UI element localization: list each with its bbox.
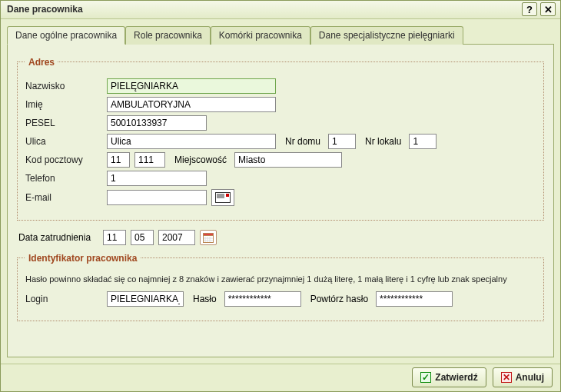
- ident-legend: Identyfikator pracownika: [25, 253, 140, 264]
- pesel-label: PESEL: [25, 118, 102, 128]
- close-icon: ✕: [544, 4, 553, 15]
- window-title: Dane pracownika: [7, 4, 519, 15]
- window: Dane pracownika ? ✕ Dane ogólne pracowni…: [0, 0, 561, 392]
- telefon-input[interactable]: [107, 171, 207, 186]
- nrdomu-input[interactable]: [328, 134, 356, 149]
- close-button[interactable]: ✕: [540, 2, 556, 16]
- adres-group: Adres Nazwisko Imię PESEL Ulica Nr domu: [17, 57, 544, 221]
- ident-group: Identyfikator pracownika Hasło powinno s…: [17, 253, 544, 321]
- hire-date-row: Data zatrudnienia: [18, 230, 544, 245]
- calendar-button[interactable]: [200, 230, 217, 245]
- powtorz-label: Powtórz hasło: [306, 294, 371, 304]
- powtorz-input[interactable]: [376, 291, 453, 307]
- haslo-label: Hasło: [188, 294, 220, 304]
- tab-panel-general: Adres Nazwisko Imię PESEL Ulica Nr domu: [7, 44, 554, 357]
- haslo-input[interactable]: [224, 291, 301, 307]
- titlebar: Dane pracownika ? ✕: [1, 1, 560, 19]
- imie-label: Imię: [25, 99, 102, 110]
- login-input[interactable]: [107, 291, 184, 307]
- password-hint: Hasło powinno składać się co najmniej z …: [25, 274, 536, 284]
- ulica-input[interactable]: [107, 134, 276, 149]
- cancel-button-label: Anuluj: [516, 372, 544, 383]
- nrlokalu-input[interactable]: [409, 134, 437, 149]
- tab-general[interactable]: Dane ogólne pracownika: [7, 26, 125, 45]
- tab-roles[interactable]: Role pracownika: [125, 26, 211, 45]
- svg-rect-6: [204, 233, 214, 235]
- miejscowosc-input[interactable]: [234, 152, 342, 168]
- tab-units[interactable]: Komórki pracownika: [211, 26, 310, 45]
- email-input[interactable]: [107, 190, 207, 205]
- nazwisko-input[interactable]: [107, 78, 276, 94]
- svg-rect-4: [226, 194, 229, 197]
- ok-button-label: Zatwierdź: [435, 372, 477, 383]
- nazwisko-label: Nazwisko: [25, 81, 102, 91]
- nrdomu-label: Nr domu: [280, 136, 324, 147]
- email-card-button[interactable]: [211, 189, 234, 206]
- calendar-icon: [203, 232, 214, 243]
- tab-nurse[interactable]: Dane specjalistyczne pielęgniarki: [310, 26, 463, 45]
- hire-month-input[interactable]: [131, 230, 154, 245]
- hire-year-input[interactable]: [158, 230, 195, 245]
- help-button[interactable]: ?: [522, 2, 537, 16]
- footer: ✓ Zatwierdź ✕ Anuluj: [1, 364, 560, 391]
- help-icon: ?: [526, 4, 533, 15]
- login-label: Login: [25, 294, 102, 304]
- tab-bar: Dane ogólne pracownika Role pracownika K…: [7, 25, 554, 44]
- imie-input[interactable]: [107, 97, 276, 112]
- card-icon: [215, 192, 231, 203]
- x-icon: ✕: [501, 372, 512, 383]
- hire-day-input[interactable]: [103, 230, 126, 245]
- nrlokalu-label: Nr lokalu: [360, 136, 404, 147]
- cancel-button[interactable]: ✕ Anuluj: [493, 367, 553, 387]
- telefon-label: Telefon: [25, 173, 102, 184]
- content-area: Dane ogólne pracownika Role pracownika K…: [1, 19, 560, 364]
- ulica-label: Ulica: [25, 136, 102, 147]
- miejscowosc-label: Miejscowość: [170, 154, 230, 165]
- kod1-input[interactable]: [107, 152, 130, 168]
- ok-button[interactable]: ✓ Zatwierdź: [412, 367, 486, 387]
- email-label: E-mail: [25, 192, 102, 203]
- hiredate-label: Data zatrudnienia: [18, 232, 98, 243]
- check-icon: ✓: [420, 372, 431, 383]
- kod-label: Kod pocztowy: [25, 154, 102, 165]
- adres-legend: Adres: [25, 57, 58, 68]
- pesel-input[interactable]: [107, 115, 207, 131]
- kod2-input[interactable]: [134, 152, 165, 168]
